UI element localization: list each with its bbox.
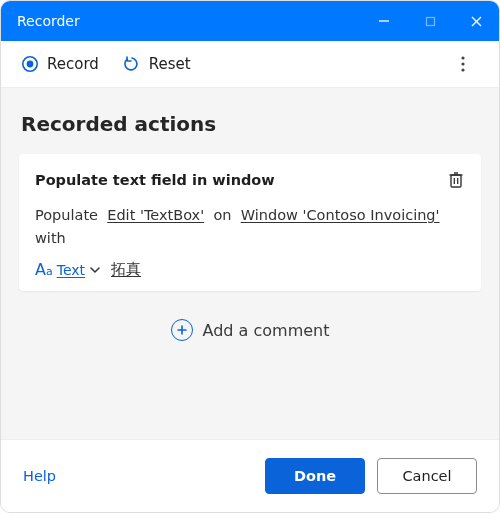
reset-button[interactable]: Reset bbox=[121, 51, 193, 77]
window-reference[interactable]: Window 'Contoso Invoicing' bbox=[241, 207, 440, 223]
svg-point-5 bbox=[27, 61, 34, 68]
record-label: Record bbox=[47, 55, 99, 73]
content-area: Recorded actions Populate text field in … bbox=[1, 88, 499, 439]
desc-on: on bbox=[213, 207, 231, 223]
cancel-button[interactable]: Cancel bbox=[377, 458, 477, 494]
help-link[interactable]: Help bbox=[23, 468, 56, 484]
desc-with: with bbox=[35, 230, 66, 246]
minimize-button[interactable] bbox=[361, 1, 407, 41]
add-comment-button[interactable]: Add a comment bbox=[19, 319, 481, 341]
reset-icon bbox=[123, 55, 141, 73]
desc-verb: Populate bbox=[35, 207, 98, 223]
svg-point-8 bbox=[461, 68, 464, 71]
title-bar: Recorder bbox=[1, 1, 499, 41]
window-controls bbox=[361, 1, 499, 41]
card-header: Populate text field in window bbox=[35, 170, 465, 190]
text-type-icon: Aa bbox=[35, 260, 53, 279]
plus-circle-icon bbox=[171, 319, 193, 341]
toolbar: Record Reset bbox=[1, 41, 499, 88]
window-title: Recorder bbox=[17, 13, 361, 29]
element-reference[interactable]: Edit 'TextBox' bbox=[107, 207, 204, 223]
input-type-selector[interactable]: Aa Text bbox=[35, 260, 101, 279]
input-type-label: Text bbox=[57, 262, 85, 278]
maximize-button bbox=[407, 1, 453, 41]
delete-action-button[interactable] bbox=[447, 170, 465, 190]
svg-rect-1 bbox=[426, 17, 434, 25]
more-vertical-icon bbox=[461, 56, 481, 72]
svg-point-7 bbox=[461, 62, 464, 65]
section-heading: Recorded actions bbox=[21, 112, 479, 136]
action-title: Populate text field in window bbox=[35, 172, 447, 188]
svg-point-6 bbox=[461, 56, 464, 59]
done-button[interactable]: Done bbox=[265, 458, 365, 494]
input-value[interactable]: 拓真 bbox=[111, 260, 141, 279]
more-menu-button[interactable] bbox=[461, 56, 481, 72]
trash-icon bbox=[447, 170, 465, 190]
cancel-label: Cancel bbox=[402, 468, 451, 484]
record-button[interactable]: Record bbox=[19, 51, 101, 77]
action-description: Populate Edit 'TextBox' on Window 'Conto… bbox=[35, 204, 465, 250]
reset-label: Reset bbox=[149, 55, 191, 73]
svg-rect-9 bbox=[451, 175, 461, 187]
close-button[interactable] bbox=[453, 1, 499, 41]
action-card[interactable]: Populate text field in window Populate E… bbox=[19, 154, 481, 291]
done-label: Done bbox=[294, 468, 336, 484]
add-comment-label: Add a comment bbox=[203, 321, 330, 340]
footer: Help Done Cancel bbox=[1, 439, 499, 512]
chevron-down-icon bbox=[89, 264, 101, 276]
record-icon bbox=[21, 55, 39, 73]
